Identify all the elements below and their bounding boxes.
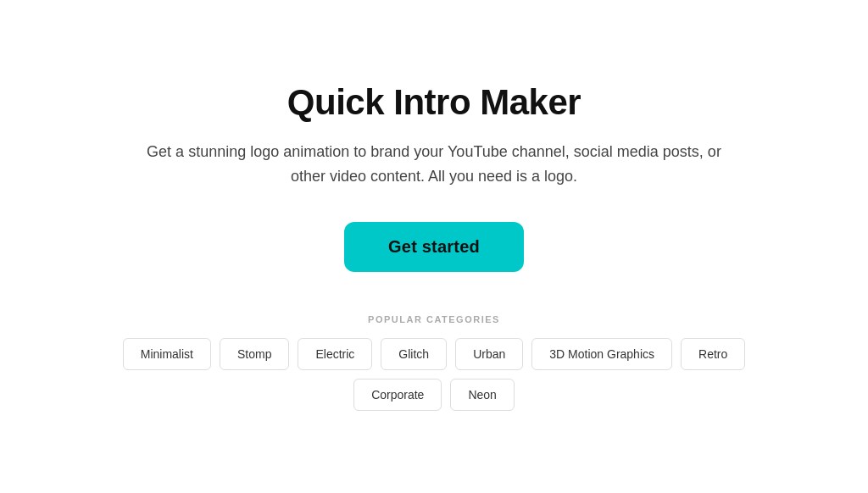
category-tag-glitch[interactable]: Glitch — [381, 338, 447, 370]
main-container: Quick Intro Maker Get a stunning logo an… — [0, 65, 868, 429]
category-tag-stomp[interactable]: Stomp — [220, 338, 289, 370]
categories-row-2: CorporateNeon — [353, 379, 515, 411]
category-tag-urban[interactable]: Urban — [455, 338, 523, 370]
page-title: Quick Intro Maker — [287, 82, 581, 123]
category-tag-neon[interactable]: Neon — [450, 379, 514, 411]
category-tag-minimalist[interactable]: Minimalist — [123, 338, 211, 370]
categories-row-1: MinimalistStompElectricGlitchUrban3D Mot… — [17, 338, 851, 370]
category-tag-corporate[interactable]: Corporate — [353, 379, 442, 411]
category-tag-electric[interactable]: Electric — [298, 338, 372, 370]
categories-label: POPULAR CATEGORIES — [368, 314, 500, 324]
categories-section: POPULAR CATEGORIES MinimalistStompElectr… — [17, 314, 851, 411]
category-tag-retro[interactable]: Retro — [681, 338, 745, 370]
get-started-button[interactable]: Get started — [344, 222, 524, 272]
page-subtitle: Get a stunning logo animation to brand y… — [146, 140, 722, 189]
category-tag-3d-motion-graphics[interactable]: 3D Motion Graphics — [531, 338, 672, 370]
